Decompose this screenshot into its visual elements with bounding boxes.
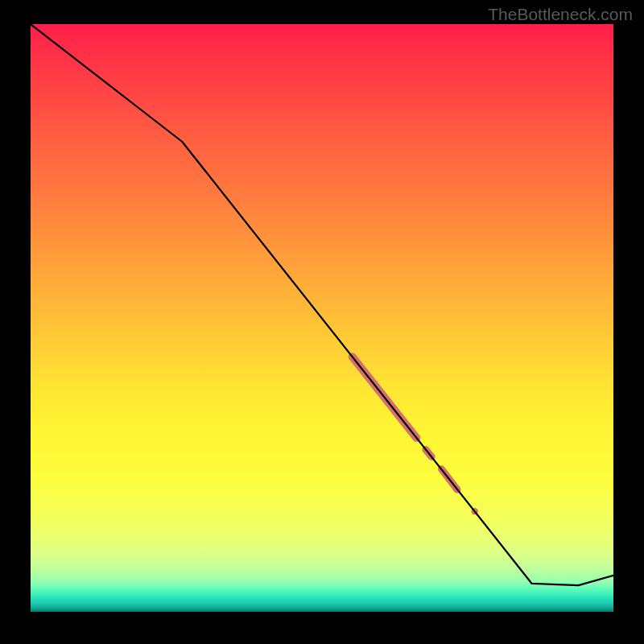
chart-line-path [31,24,613,585]
chart-plot-area [31,24,613,612]
chart-overlay-svg [31,24,613,612]
watermark-text: TheBottleneck.com [488,5,633,24]
